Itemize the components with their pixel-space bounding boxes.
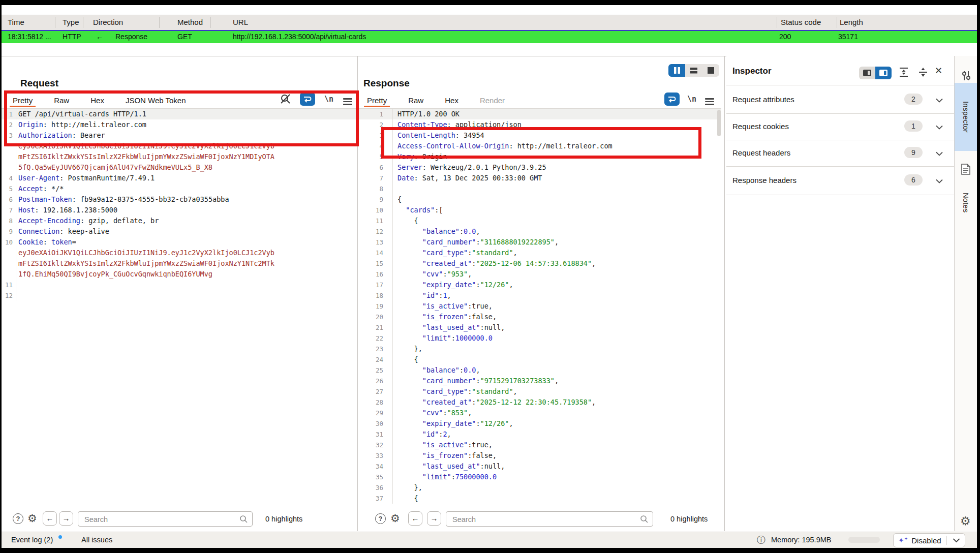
editor-line: 4User-Agent: PostmanRuntime/7.49.1: [2, 173, 357, 183]
status-bar: Event log (2) All issues ⓘ Memory: 195.9…: [2, 532, 977, 548]
section-count-badge: 2: [904, 94, 923, 105]
history-row-selected[interactable]: 18:31:5812 ... HTTP ← Response GET http:…: [2, 30, 977, 43]
ai-disabled-button[interactable]: ✦✦ Disabled: [893, 533, 965, 547]
next-match-button-response[interactable]: →: [427, 511, 441, 526]
tab-hex[interactable]: Hex: [87, 95, 107, 107]
single-view-button[interactable]: [702, 64, 719, 77]
inspector-section-request-cookies[interactable]: Request cookies 1: [726, 113, 954, 140]
tab-notes-vertical[interactable]: Notes: [955, 180, 977, 226]
tab-raw[interactable]: Raw: [405, 95, 426, 107]
col-direction[interactable]: Direction: [93, 15, 123, 30]
col-time[interactable]: Time: [8, 15, 24, 30]
editor-line: 9{: [357, 194, 721, 205]
help-icon-response[interactable]: ?: [375, 513, 386, 524]
editor-line: 37 {: [357, 493, 721, 504]
search-input-response[interactable]: [451, 512, 639, 527]
inspector-section-request-attributes[interactable]: Request attributes 2: [726, 85, 954, 114]
settings-gear-icon-request[interactable]: ⚙: [27, 513, 37, 524]
newline-toggle-response[interactable]: \n: [687, 95, 696, 104]
editor-line: 35 "limit":75000000.0: [357, 472, 721, 482]
tab-json-web-token[interactable]: JSON Web Token: [122, 95, 189, 107]
split-view-button[interactable]: [668, 64, 685, 77]
prev-match-button-request[interactable]: ←: [43, 511, 57, 526]
col-method[interactable]: Method: [177, 15, 203, 30]
highlights-count-response: 0 highlights: [670, 511, 708, 527]
collapse-all-icon[interactable]: [899, 67, 908, 79]
editor-line: 23 },: [357, 344, 721, 354]
editor-line: 14 "card_type":"standard",: [357, 248, 721, 258]
inspector-section-request-headers[interactable]: Request headers 9: [726, 140, 954, 167]
editor-line: 6Postman-Token: fb9a9a12-8375-4555-bb32-…: [2, 194, 357, 205]
col-url[interactable]: URL: [233, 15, 248, 30]
editor-line: 3Authorization: Bearer: [2, 130, 357, 141]
editor-line: 5fQ.Qa5wEyJUV667Qjcamj6AlU47vFwZNdkmeVUL…: [2, 162, 357, 173]
response-scrollbar[interactable]: [717, 110, 721, 136]
editor-line: 24 {: [357, 354, 721, 365]
burp-window: Time Type Direction Method URL Status co…: [2, 5, 977, 548]
tab-hex[interactable]: Hex: [442, 95, 462, 107]
inspector-dock-right-button[interactable]: [875, 67, 892, 79]
inspector-panel: Inspector ✕ Request attributes 2 Request…: [726, 56, 954, 531]
chevron-down-icon[interactable]: [936, 96, 943, 105]
section-count-badge: 1: [904, 120, 923, 132]
row-method: GET: [177, 31, 192, 43]
prev-match-button-response[interactable]: ←: [408, 511, 422, 526]
request-panel-title: Request: [20, 78, 58, 89]
editor-line: 21 "last_used_at":null,: [357, 322, 721, 333]
editor-line: 13 "card_number":"3116888019222895",: [357, 237, 721, 248]
event-log-button[interactable]: Event log (2): [11, 532, 53, 548]
inspector-close-icon[interactable]: ✕: [935, 65, 942, 76]
editor-line: 7Host: 192.168.1.238:5000: [2, 205, 357, 216]
col-type[interactable]: Type: [63, 15, 79, 30]
section-label: Response headers: [732, 176, 797, 185]
editor-line: 12 "balance":0.0,: [357, 226, 721, 237]
help-icon-request[interactable]: ?: [13, 513, 23, 524]
notes-doc-icon[interactable]: [961, 164, 970, 177]
settings-gear-icon-response[interactable]: ⚙: [390, 513, 400, 524]
inspector-strip-icon[interactable]: [961, 70, 972, 83]
editor-line: 33 "is_frozen":false,: [357, 450, 721, 461]
col-status-code[interactable]: Status code: [781, 15, 821, 30]
newline-toggle-request[interactable]: \n: [324, 95, 333, 104]
tab-pretty[interactable]: Pretty: [10, 95, 36, 107]
settings-gear-icon-bottom-right[interactable]: ⚙: [960, 516, 971, 527]
expand-all-icon[interactable]: [918, 67, 928, 79]
tab-pretty[interactable]: Pretty: [364, 95, 390, 107]
inspector-dock-left-button[interactable]: [859, 67, 875, 79]
word-wrap-toggle-response[interactable]: [664, 93, 680, 106]
search-input-request[interactable]: [83, 512, 239, 527]
info-icon[interactable]: ⓘ: [757, 532, 765, 548]
editor-line: 15 "created_at":"2025-12-06 14:57:33.618…: [357, 258, 721, 269]
tab-render[interactable]: Render: [477, 95, 508, 107]
editor-line: 9Connection: keep-alive: [2, 226, 357, 237]
history-table-header: Time Type Direction Method URL Status co…: [2, 14, 977, 30]
section-label: Request headers: [732, 148, 790, 157]
request-editor[interactable]: 1GET /api/virtual-cards HTTP/1.12Origin:…: [2, 109, 357, 301]
editor-line: 18 "id":1,: [357, 290, 721, 301]
highlights-count-request: 0 highlights: [265, 511, 302, 527]
col-length[interactable]: Length: [840, 15, 863, 30]
response-editor[interactable]: 1HTTP/1.0 200 OK2Content-Type: applicati…: [357, 109, 721, 504]
stacked-view-button[interactable]: [685, 64, 702, 77]
chevron-down-icon[interactable]: [936, 176, 943, 186]
tab-inspector-vertical[interactable]: Inspector: [955, 83, 977, 151]
search-off-icon[interactable]: [280, 93, 292, 107]
editor-line: 11: [2, 280, 357, 290]
editor-line: 28 "created_at":"2025-12-12 22:30:45.719…: [357, 397, 721, 408]
next-match-button-request[interactable]: →: [59, 511, 73, 526]
menu-icon-response[interactable]: [705, 97, 714, 107]
inspector-layout-toggle: [859, 67, 892, 79]
chevron-down-icon[interactable]: [936, 149, 943, 158]
chevron-down-icon[interactable]: [953, 536, 960, 545]
menu-icon-request[interactable]: [343, 97, 352, 107]
word-wrap-toggle-request[interactable]: [300, 93, 315, 106]
row-time: 18:31:5812 ...: [8, 31, 51, 43]
chevron-down-icon[interactable]: [936, 122, 943, 132]
editor-line: 32 "is_active":true,: [357, 440, 721, 450]
response-panel-title: Response: [363, 78, 410, 89]
editor-line: 5Accept: */*: [2, 183, 357, 194]
all-issues-button[interactable]: All issues: [81, 532, 112, 548]
tab-raw[interactable]: Raw: [51, 95, 72, 107]
ai-button-label: Disabled: [911, 536, 941, 545]
inspector-section-response-headers[interactable]: Response headers 6: [726, 166, 954, 195]
